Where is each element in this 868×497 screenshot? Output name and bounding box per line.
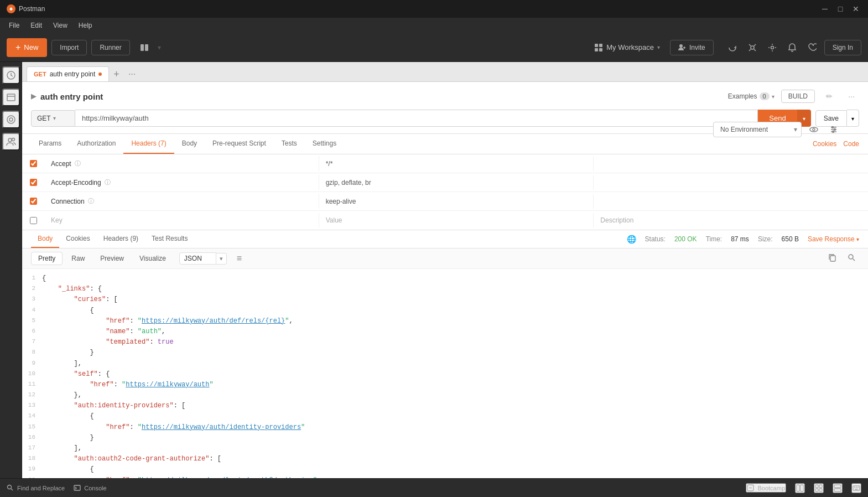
runner-button[interactable]: Runner: [91, 40, 129, 55]
new-button[interactable]: + New: [7, 38, 47, 57]
fmt-visualize-button[interactable]: Visualize: [133, 252, 173, 265]
header-accept-key: Accept ⓘ: [44, 156, 319, 171]
svg-point-11: [771, 46, 773, 49]
build-label: BUILD: [788, 92, 808, 100]
tab-tests[interactable]: Tests: [274, 134, 305, 154]
fmt-raw-button[interactable]: Raw: [65, 252, 91, 265]
layout-cols-button[interactable]: [833, 483, 843, 493]
window-controls[interactable]: ─ □ ✕: [819, 4, 861, 13]
sync-icon-button[interactable]: [725, 40, 740, 55]
resp-tab-body[interactable]: Body: [31, 230, 59, 248]
json-line-20: 20 "href": "https://milkyway/sso/login/o…: [22, 475, 868, 478]
json-link-4[interactable]: https://milkyway/sso/login/oauth2/author…: [142, 477, 313, 478]
header-empty-key-placeholder: Key: [51, 216, 63, 224]
request-tab-active[interactable]: GET auth entry point: [27, 66, 109, 81]
json-line-8: 8 }: [22, 348, 868, 358]
edit-request-button[interactable]: ✏: [822, 89, 837, 104]
svg-rect-2: [145, 44, 148, 51]
json-link-3[interactable]: https://milkyway/auth/identity-providers: [142, 423, 301, 431]
examples-button[interactable]: Examples 0 ▾: [728, 92, 775, 100]
invite-button[interactable]: Invite: [670, 40, 714, 55]
layout-split-button[interactable]: [795, 483, 805, 493]
title-chevron-icon[interactable]: ▶: [31, 92, 36, 100]
request-title: ▶ auth entry point: [31, 92, 103, 101]
menu-help[interactable]: Help: [74, 19, 97, 32]
svg-point-18: [12, 138, 14, 141]
tab-settings[interactable]: Settings: [305, 134, 344, 154]
maximize-button[interactable]: □: [835, 4, 846, 13]
svg-line-29: [853, 259, 855, 261]
menu-edit[interactable]: Edit: [26, 19, 46, 32]
find-replace-button[interactable]: Find and Replace: [7, 484, 65, 491]
resp-tab-test-results[interactable]: Test Results: [145, 230, 194, 248]
svg-rect-40: [819, 489, 822, 491]
fmt-preview-button[interactable]: Preview: [93, 252, 131, 265]
json-link-1[interactable]: https://milkyway/auth/def/rels/{rel}: [142, 317, 285, 325]
header-connection-checkbox[interactable]: [30, 198, 37, 205]
header-empty-value[interactable]: Value: [319, 213, 594, 227]
close-button[interactable]: ✕: [850, 4, 861, 13]
tab-authorization[interactable]: Authorization: [69, 134, 123, 154]
fmt-pretty-button[interactable]: Pretty: [31, 252, 63, 265]
header-empty-checkbox[interactable]: [30, 217, 37, 224]
tab-pre-request-script[interactable]: Pre-request Script: [205, 134, 274, 154]
tab-body[interactable]: Body: [174, 134, 205, 154]
environment-view-button[interactable]: [806, 122, 822, 137]
layout-grid-button[interactable]: [814, 483, 824, 493]
satellite-icon-button[interactable]: [745, 40, 760, 55]
collections-icon-button[interactable]: [2, 89, 20, 106]
resp-tab-headers[interactable]: Headers (9): [97, 230, 145, 248]
url-input[interactable]: [75, 110, 758, 127]
bell-icon-button[interactable]: [784, 40, 800, 55]
menu-view[interactable]: View: [49, 19, 72, 32]
tab-params[interactable]: Params: [31, 134, 69, 154]
save-dropdown-button[interactable]: ▾: [847, 110, 859, 127]
word-wrap-button[interactable]: ≡: [233, 252, 245, 265]
plus-icon: +: [15, 43, 20, 53]
bootcamp-button[interactable]: Bootcamp: [746, 483, 786, 493]
format-selector[interactable]: JSON XML HTML: [179, 252, 216, 265]
code-link[interactable]: Code: [843, 140, 859, 148]
settings-icon-button[interactable]: [765, 40, 780, 55]
minimize-button[interactable]: ─: [819, 4, 830, 13]
json-link-2[interactable]: https://milkyway/auth: [126, 381, 209, 389]
tab-headers[interactable]: Headers (7): [123, 134, 174, 154]
svg-point-16: [7, 116, 15, 123]
resp-tab-cookies[interactable]: Cookies: [59, 230, 96, 248]
add-tab-button[interactable]: +: [109, 67, 124, 81]
workspace-button[interactable]: My Workspace ▾: [589, 40, 666, 55]
people-icon-button[interactable]: [2, 133, 20, 151]
environment-manage-button[interactable]: [826, 122, 841, 137]
header-empty-desc[interactable]: Description: [594, 213, 868, 227]
user-plus-icon: [678, 44, 686, 51]
json-line-17: 17 ],: [22, 443, 868, 454]
cookies-link[interactable]: Cookies: [813, 140, 836, 148]
console-button[interactable]: Console: [74, 484, 106, 491]
search-response-button[interactable]: [844, 252, 859, 265]
header-accept-checkbox[interactable]: [30, 160, 37, 167]
header-empty-key[interactable]: Key: [44, 213, 319, 227]
json-response-content[interactable]: 1{ 2 "_links": { 3 "curies": [ 4 { 5 "hr…: [22, 269, 868, 478]
copy-response-button[interactable]: [825, 252, 840, 265]
method-selector[interactable]: GET ▾: [31, 110, 75, 127]
menu-file[interactable]: File: [4, 19, 24, 32]
postman-logo-icon: [7, 4, 15, 13]
keyboard-shortcuts-button[interactable]: [851, 483, 861, 493]
request-options-button[interactable]: ···: [844, 89, 859, 104]
copy-icon: [828, 253, 836, 262]
more-tabs-button[interactable]: ···: [124, 67, 140, 81]
layout-toggle-button[interactable]: [137, 40, 152, 55]
save-response-button[interactable]: Save Response ▾: [808, 235, 859, 243]
build-button[interactable]: BUILD: [781, 90, 815, 103]
header-encoding-key: Accept-Encoding ⓘ: [44, 175, 319, 190]
app-name: Postman: [19, 5, 45, 13]
apis-icon-button[interactable]: [2, 111, 20, 128]
bootcamp-icon: [747, 484, 754, 491]
sign-in-button[interactable]: Sign In: [824, 40, 861, 55]
header-encoding-checkbox[interactable]: [30, 179, 37, 186]
environment-selector[interactable]: No Environment: [713, 122, 802, 137]
json-line-18: 18 "auth:oauth2-code-grant-authorize": [: [22, 454, 868, 464]
heart-icon-button[interactable]: [804, 40, 820, 55]
history-icon-button[interactable]: [2, 66, 20, 84]
import-button[interactable]: Import: [51, 40, 87, 55]
